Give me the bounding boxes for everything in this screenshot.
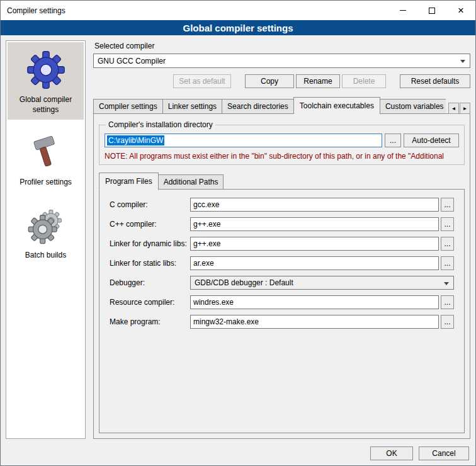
cancel-button[interactable]: Cancel <box>419 446 469 460</box>
installation-path-input[interactable]: C:\raylib\MinGW <box>105 134 382 147</box>
set-as-default-button[interactable]: Set as default <box>173 74 231 88</box>
tab-additional-paths[interactable]: Additional Paths <box>158 174 224 190</box>
gears-gray-icon <box>9 204 82 247</box>
path-selected-text: C:\raylib\MinGW <box>107 135 164 145</box>
sidebar-item-batch-builds[interactable]: Batch builds <box>8 198 84 266</box>
tab-scroll-left-button[interactable]: ◄ <box>448 103 459 114</box>
browse-button[interactable]: ... <box>441 217 454 231</box>
cpp-compiler-input[interactable] <box>190 217 439 231</box>
program-row: C compiler: ... <box>110 198 454 212</box>
c-compiler-input[interactable] <box>190 198 439 212</box>
settings-sidebar: Global compiler settings Profiler settin… <box>6 40 86 439</box>
dialog-body: Global compiler settings Profiler settin… <box>1 35 475 441</box>
tab-scroll-arrows: ◄ ► <box>448 103 470 114</box>
dialog-footer: OK Cancel <box>1 441 475 465</box>
installation-directory-group: Compiler's installation directory C:\ray… <box>99 120 465 165</box>
resource-compiler-label: Resource compiler: <box>110 298 190 307</box>
make-program-label: Make program: <box>110 317 190 326</box>
browse-directory-button[interactable]: ... <box>385 134 401 147</box>
linker-static-input[interactable] <box>190 256 439 270</box>
window-controls: × <box>388 1 475 20</box>
compiler-actions: Set as default Copy Rename Delete Reset … <box>93 74 470 88</box>
make-program-input[interactable] <box>190 315 439 329</box>
rename-button[interactable]: Rename <box>296 74 340 88</box>
program-row: Debugger: GDB/CDB debugger : Default <box>110 276 454 290</box>
tab-search-directories[interactable]: Search directories <box>222 99 294 114</box>
sidebar-item-label: Batch builds <box>9 251 82 261</box>
program-row: Resource compiler: ... <box>110 295 454 309</box>
tab-compiler-settings[interactable]: Compiler settings <box>93 99 163 114</box>
selected-compiler-dropdown[interactable]: GNU GCC Compiler <box>93 54 470 68</box>
compiler-settings-window: Compiler settings × Global compiler sett… <box>0 0 476 466</box>
cpp-compiler-label: C++ compiler: <box>110 220 190 229</box>
tab-custom-variables[interactable]: Custom variables <box>380 99 446 114</box>
resource-compiler-input[interactable] <box>190 295 439 309</box>
program-tabstrip: Program Files Additional Paths <box>99 173 465 190</box>
program-row: C++ compiler: ... <box>110 217 454 231</box>
sidebar-item-label: Global compiler settings <box>9 95 82 115</box>
delete-button[interactable]: Delete <box>342 74 386 88</box>
sidebar-item-global-compiler-settings[interactable]: Global compiler settings <box>8 42 84 120</box>
close-icon: × <box>458 5 464 16</box>
note-text: NOTE: All programs must exist either in … <box>105 152 459 161</box>
minimize-button[interactable] <box>388 1 417 20</box>
browse-button[interactable]: ... <box>441 315 454 329</box>
debugger-label: Debugger: <box>110 278 190 287</box>
selected-compiler-label: Selected compiler <box>94 42 470 50</box>
browse-button[interactable]: ... <box>441 295 454 309</box>
tab-toolchain-executables[interactable]: Toolchain executables <box>293 97 380 114</box>
browse-button[interactable]: ... <box>441 237 454 251</box>
auto-detect-button[interactable]: Auto-detect <box>404 134 459 147</box>
right-arrow-icon: ► <box>463 106 468 111</box>
tab-linker-settings[interactable]: Linker settings <box>162 99 222 114</box>
tabs-clip: Compiler settings Linker settings Search… <box>93 97 446 114</box>
installation-directory-group-title: Compiler's installation directory <box>106 120 215 129</box>
copy-button[interactable]: Copy <box>245 74 294 88</box>
c-compiler-label: C compiler: <box>110 200 190 209</box>
window-title: Compiler settings <box>1 6 65 15</box>
selected-compiler-value: GNU GCC Compiler <box>98 57 166 65</box>
reset-defaults-button[interactable]: Reset defaults <box>400 74 470 88</box>
browse-button[interactable]: ... <box>441 256 454 270</box>
linker-dynamic-label: Linker for dynamic libs: <box>110 239 190 248</box>
debugger-dropdown[interactable]: GDB/CDB debugger : Default <box>190 276 454 290</box>
linker-dynamic-input[interactable] <box>190 237 439 251</box>
dialog-header: Global compiler settings <box>1 20 475 35</box>
debugger-value: GDB/CDB debugger : Default <box>195 278 293 287</box>
left-arrow-icon: ◄ <box>451 106 456 111</box>
installation-directory-row: C:\raylib\MinGW ... Auto-detect <box>105 134 459 147</box>
program-row: Make program: ... <box>110 315 454 329</box>
hammer-icon <box>9 131 82 174</box>
settings-tabstrip: Compiler settings Linker settings Search… <box>93 97 470 114</box>
gear-blue-icon <box>9 48 82 91</box>
chevron-down-icon <box>460 60 465 63</box>
main-panel: Selected compiler GNU GCC Compiler Set a… <box>93 40 470 439</box>
minimize-icon <box>400 10 406 11</box>
close-button[interactable]: × <box>446 1 475 20</box>
program-row: Linker for dynamic libs: ... <box>110 237 454 251</box>
program-files-page: C compiler: ... C++ compiler: ... Linker… <box>99 189 465 433</box>
browse-button[interactable]: ... <box>441 198 454 212</box>
sidebar-item-profiler-settings[interactable]: Profiler settings <box>8 125 84 193</box>
tab-scroll-right-button[interactable]: ► <box>460 103 470 114</box>
toolchain-executables-page: Compiler's installation directory C:\ray… <box>93 113 470 439</box>
sidebar-item-label: Profiler settings <box>9 178 82 188</box>
maximize-icon <box>429 8 435 14</box>
titlebar: Compiler settings × <box>1 1 475 20</box>
chevron-down-icon <box>444 282 449 285</box>
tab-program-files[interactable]: Program Files <box>99 173 159 190</box>
linker-static-label: Linker for static libs: <box>110 259 190 268</box>
ok-button[interactable]: OK <box>370 446 413 460</box>
maximize-button[interactable] <box>417 1 446 20</box>
program-row: Linker for static libs: ... <box>110 256 454 270</box>
